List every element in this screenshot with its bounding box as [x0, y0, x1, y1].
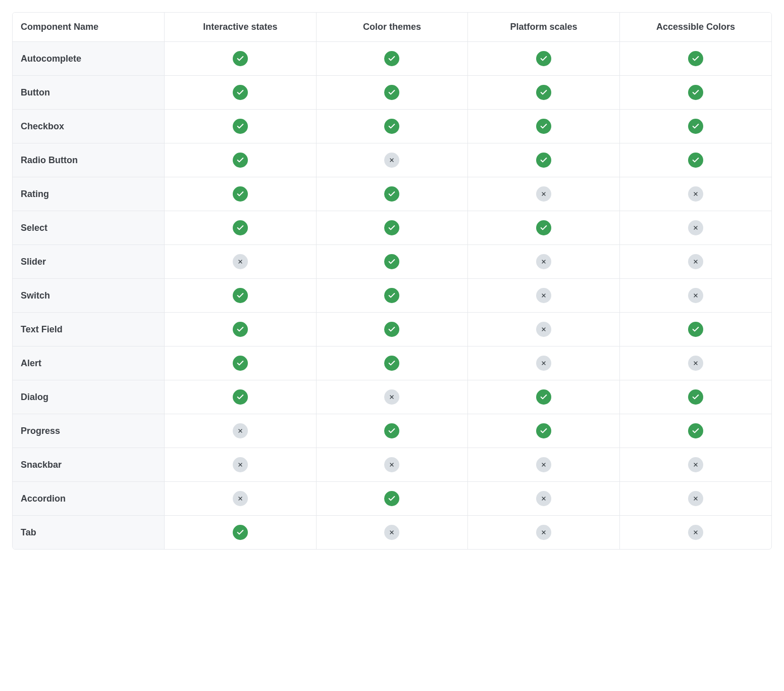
component-name-cell: Dialog [13, 380, 165, 414]
cross-icon [233, 491, 248, 506]
component-name-cell: Rating [13, 177, 165, 211]
cross-icon [536, 322, 551, 337]
cross-icon [688, 254, 703, 269]
check-icon [233, 356, 248, 371]
check-icon [233, 51, 248, 66]
component-name-cell: Radio Button [13, 143, 165, 177]
status-cell [316, 76, 468, 110]
status-cell [619, 380, 771, 414]
status-cell [165, 448, 317, 482]
check-icon [384, 119, 399, 134]
column-header-interactive-states: Interactive states [165, 13, 317, 42]
check-icon [536, 85, 551, 100]
component-name-cell: Button [13, 76, 165, 110]
status-cell [468, 279, 620, 313]
status-cell [316, 177, 468, 211]
status-cell [619, 245, 771, 279]
status-cell [619, 76, 771, 110]
check-icon [233, 220, 248, 235]
check-icon [384, 85, 399, 100]
status-cell [619, 516, 771, 550]
column-header-color-themes: Color themes [316, 13, 468, 42]
status-cell [165, 143, 317, 177]
cross-icon [536, 254, 551, 269]
status-cell [468, 211, 620, 245]
status-cell [468, 347, 620, 380]
table-row: Alert [13, 347, 771, 380]
component-name-cell: Alert [13, 347, 165, 380]
status-cell [468, 313, 620, 347]
status-cell [165, 482, 317, 516]
table-row: Radio Button [13, 143, 771, 177]
status-cell [316, 110, 468, 143]
column-header-accessible-colors: Accessible Colors [619, 13, 771, 42]
cross-icon [688, 288, 703, 303]
check-icon [233, 153, 248, 168]
table-row: Checkbox [13, 110, 771, 143]
status-cell [619, 313, 771, 347]
cross-icon [688, 491, 703, 506]
check-icon [233, 525, 248, 540]
cross-icon [233, 457, 248, 472]
check-icon [233, 85, 248, 100]
status-cell [316, 380, 468, 414]
status-cell [316, 42, 468, 76]
status-cell [165, 347, 317, 380]
check-icon [688, 423, 703, 438]
column-header-name: Component Name [13, 13, 165, 42]
table-row: Rating [13, 177, 771, 211]
check-icon [688, 85, 703, 100]
cross-icon [384, 153, 399, 168]
table-row: Accordion [13, 482, 771, 516]
check-icon [536, 389, 551, 405]
column-header-platform-scales: Platform scales [468, 13, 620, 42]
component-name-cell: Progress [13, 414, 165, 448]
status-cell [165, 414, 317, 448]
table-row: Autocomplete [13, 42, 771, 76]
table-row: Tab [13, 516, 771, 550]
status-cell [468, 245, 620, 279]
cross-icon [536, 186, 551, 202]
status-cell [468, 177, 620, 211]
cross-icon [384, 525, 399, 540]
status-cell [316, 245, 468, 279]
status-cell [619, 414, 771, 448]
status-cell [165, 177, 317, 211]
check-icon [536, 153, 551, 168]
check-icon [384, 491, 399, 506]
status-cell [316, 414, 468, 448]
cross-icon [536, 356, 551, 371]
check-icon [384, 51, 399, 66]
check-icon [384, 423, 399, 438]
table-row: Progress [13, 414, 771, 448]
component-name-cell: Checkbox [13, 110, 165, 143]
component-name-cell: Accordion [13, 482, 165, 516]
cross-icon [688, 220, 703, 235]
cross-icon [384, 457, 399, 472]
component-name-cell: Select [13, 211, 165, 245]
check-icon [384, 288, 399, 303]
status-cell [165, 211, 317, 245]
status-cell [468, 110, 620, 143]
check-icon [688, 322, 703, 337]
status-cell [619, 347, 771, 380]
component-name-cell: Autocomplete [13, 42, 165, 76]
component-name-cell: Text Field [13, 313, 165, 347]
table-row: Text Field [13, 313, 771, 347]
status-cell [165, 76, 317, 110]
status-cell [619, 211, 771, 245]
cross-icon [536, 525, 551, 540]
component-name-cell: Slider [13, 245, 165, 279]
check-icon [233, 389, 248, 405]
feature-matrix-table: Component Name Interactive states Color … [13, 13, 771, 549]
table-row: Switch [13, 279, 771, 313]
status-cell [316, 279, 468, 313]
table-row: Slider [13, 245, 771, 279]
check-icon [536, 119, 551, 134]
component-name-cell: Snackbar [13, 448, 165, 482]
cross-icon [536, 457, 551, 472]
status-cell [316, 143, 468, 177]
status-cell [165, 313, 317, 347]
feature-table-scroller[interactable]: Component Name Interactive states Color … [12, 12, 772, 550]
check-icon [688, 119, 703, 134]
